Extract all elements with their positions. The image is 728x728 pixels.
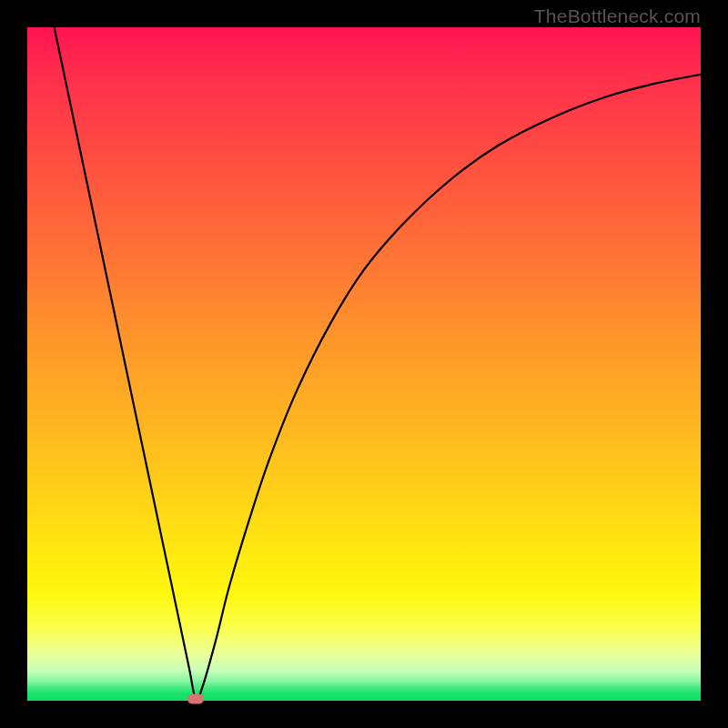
curve-svg	[27, 27, 701, 701]
plot-area	[27, 27, 701, 701]
attribution-text: TheBottleneck.com	[534, 5, 701, 27]
chart-frame: TheBottleneck.com	[0, 0, 728, 728]
bottleneck-curve	[55, 27, 701, 700]
optimum-marker	[187, 693, 204, 703]
